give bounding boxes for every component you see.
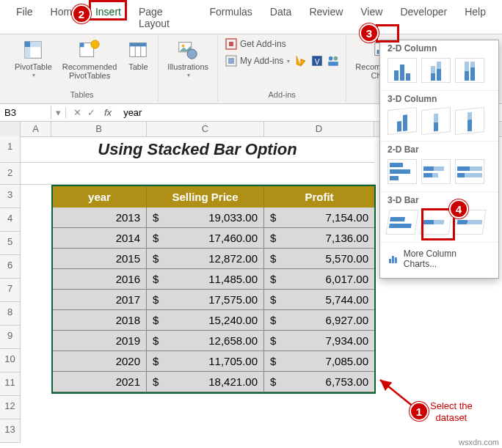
- row-header[interactable]: 9: [0, 326, 21, 349]
- cell-selling[interactable]: $19,033.00: [147, 208, 264, 228]
- cell-selling[interactable]: $12,872.00: [147, 249, 264, 269]
- cell-selling[interactable]: $18,421.00: [147, 372, 264, 392]
- row-header[interactable]: 8: [0, 302, 21, 326]
- table-row[interactable]: 2016$11,485.00$6,017.00: [53, 269, 374, 290]
- section-2d-column: 2-D Column: [380, 40, 498, 54]
- cell-profit[interactable]: $5,744.00: [264, 290, 374, 310]
- row-header[interactable]: 2: [0, 163, 21, 185]
- cell-year[interactable]: 2016: [53, 269, 147, 290]
- name-box-dropdown[interactable]: ▾: [51, 107, 66, 118]
- cell-profit[interactable]: $5,570.00: [264, 249, 374, 269]
- stacked-3d-bar-option[interactable]: [420, 210, 453, 235]
- sheet-content: Using Stacked Bar Option year Selling Pr…: [21, 136, 376, 394]
- row-header[interactable]: 12: [0, 396, 21, 419]
- select-all-triangle[interactable]: [0, 122, 21, 136]
- stacked-100-column-option[interactable]: [455, 58, 484, 83]
- svg-rect-24: [376, 50, 379, 54]
- svg-rect-17: [228, 58, 234, 64]
- pivottable-button[interactable]: PivotTable▾: [12, 37, 55, 81]
- cell-selling[interactable]: $17,460.00: [147, 228, 264, 249]
- cell-profit[interactable]: $7,136.00: [264, 228, 374, 249]
- cell-selling[interactable]: $15,240.00: [147, 310, 264, 331]
- col-header-c[interactable]: C: [147, 122, 264, 136]
- bing-maps-icon[interactable]: [294, 54, 308, 67]
- row-header[interactable]: 13: [0, 419, 21, 443]
- enter-icon[interactable]: ✓: [87, 107, 95, 118]
- stacked-100-bar-option[interactable]: [455, 159, 484, 184]
- clustered-bar-option[interactable]: [388, 159, 417, 184]
- col-header-a[interactable]: A: [21, 122, 51, 136]
- cell-year[interactable]: 2013: [53, 208, 147, 228]
- stacked-bar-option[interactable]: [421, 159, 451, 184]
- selected-range[interactable]: year Selling Price Profit 2013$19,033.00…: [51, 185, 376, 394]
- tab-data[interactable]: Data: [261, 1, 301, 34]
- visio-icon[interactable]: V: [310, 54, 324, 67]
- table-row[interactable]: 2020$11,705.00$7,085.00: [53, 351, 374, 372]
- group-addins: Get Add-ins My Add-ins▾ V Add-ins: [218, 36, 346, 102]
- tab-page-layout[interactable]: Page Layout: [130, 1, 201, 34]
- cell-year[interactable]: 2018: [53, 310, 147, 331]
- clustered-column-option[interactable]: [388, 58, 417, 83]
- cell-profit[interactable]: $7,934.00: [264, 331, 374, 351]
- chart-icon: [388, 253, 399, 265]
- cell-profit[interactable]: $6,927.00: [264, 310, 374, 331]
- my-addins-button[interactable]: My Add-ins▾: [224, 54, 291, 68]
- cell-year[interactable]: 2019: [53, 331, 147, 351]
- cell-profit[interactable]: $7,154.00: [264, 208, 374, 228]
- row-header[interactable]: 3: [0, 185, 21, 208]
- table-row[interactable]: 2013$19,033.00$7,154.00: [53, 208, 374, 228]
- cell-year[interactable]: 2020: [53, 351, 147, 372]
- table-row[interactable]: 2019$12,658.00$7,934.00: [53, 331, 374, 351]
- callout-4: 4: [449, 199, 468, 219]
- col-header-d[interactable]: D: [264, 122, 374, 136]
- more-column-charts-button[interactable]: More Column Charts...: [380, 243, 498, 275]
- cell-profit[interactable]: $7,085.00: [264, 351, 374, 372]
- tab-formulas[interactable]: Formulas: [200, 1, 261, 34]
- people-graph-icon[interactable]: [327, 54, 340, 67]
- row-header[interactable]: 1: [0, 136, 21, 163]
- table-row[interactable]: 2018$15,240.00$6,927.00: [53, 310, 374, 331]
- group-tables: PivotTable▾ Recommended PivotTables Tabl…: [6, 36, 159, 102]
- row-header[interactable]: 5: [0, 232, 21, 255]
- cell-selling[interactable]: $11,485.00: [147, 269, 264, 290]
- stacked-column-option[interactable]: [421, 58, 451, 83]
- recommended-pivottables-button[interactable]: Recommended PivotTables: [59, 37, 120, 81]
- row-header[interactable]: 6: [0, 255, 21, 279]
- table-row[interactable]: 2021$18,421.00$6,753.00: [53, 372, 374, 392]
- cell-year[interactable]: 2014: [53, 228, 147, 249]
- svg-rect-3: [25, 47, 31, 58]
- cell-selling[interactable]: $11,705.00: [147, 351, 264, 372]
- get-addins-button[interactable]: Get Add-ins: [224, 37, 340, 51]
- illustrations-button[interactable]: Illustrations▾: [164, 37, 211, 81]
- clustered-3d-bar-option[interactable]: [386, 210, 419, 235]
- tab-help[interactable]: Help: [456, 1, 495, 34]
- cell-year[interactable]: 2015: [53, 249, 147, 269]
- cell-year[interactable]: 2017: [53, 290, 147, 310]
- table-row[interactable]: 2017$17,575.00$5,744.00: [53, 290, 374, 310]
- table-row[interactable]: 2015$12,872.00$5,570.00: [53, 249, 374, 269]
- tab-file[interactable]: File: [7, 1, 42, 34]
- tab-insert[interactable]: Insert: [87, 1, 130, 34]
- cancel-icon[interactable]: ✕: [73, 107, 81, 118]
- svg-rect-2: [31, 42, 42, 48]
- row-header[interactable]: 4: [0, 208, 21, 232]
- name-box[interactable]: B3: [0, 106, 51, 120]
- clustered-3d-column-option[interactable]: [388, 107, 417, 135]
- table-button[interactable]: Table: [124, 37, 152, 81]
- tab-developer[interactable]: Developer: [391, 1, 456, 34]
- fx-icon[interactable]: fx: [101, 107, 112, 118]
- stacked-3d-column-option[interactable]: [421, 107, 451, 135]
- formula-input[interactable]: year: [119, 106, 146, 120]
- row-header[interactable]: 11: [0, 372, 21, 396]
- row-header[interactable]: 10: [0, 349, 21, 372]
- cell-profit[interactable]: $6,753.00: [264, 372, 374, 392]
- table-row[interactable]: 2014$17,460.00$7,136.00: [53, 228, 374, 249]
- stacked-100-3d-column-option[interactable]: [455, 107, 484, 135]
- tab-review[interactable]: Review: [300, 1, 352, 34]
- cell-year[interactable]: 2021: [53, 372, 147, 392]
- cell-selling[interactable]: $12,658.00: [147, 331, 264, 351]
- row-header[interactable]: 7: [0, 279, 21, 302]
- cell-profit[interactable]: $6,017.00: [264, 269, 374, 290]
- col-header-b[interactable]: B: [51, 122, 147, 136]
- cell-selling[interactable]: $17,575.00: [147, 290, 264, 310]
